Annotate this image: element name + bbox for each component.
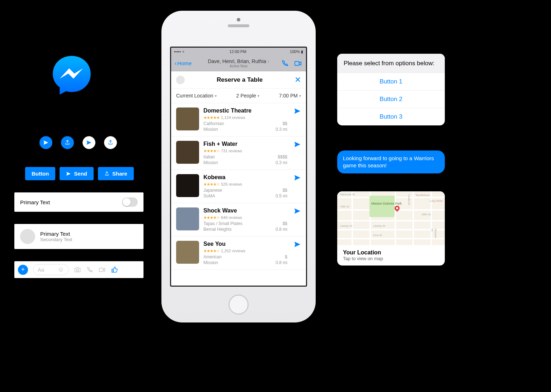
toggle-switch[interactable]	[122, 197, 138, 207]
option-button[interactable]: Button 2	[337, 90, 445, 108]
send-restaurant-button[interactable]	[294, 107, 301, 115]
filter-people[interactable]: 2 People ▾	[236, 93, 259, 99]
panel-title: Reserve a Table	[185, 76, 295, 83]
share-circle-button-blue[interactable]	[61, 136, 74, 149]
map-poi-label: Tacolicious	[415, 193, 429, 197]
nav-bar: ‹Home Dave, Henri, Brian, Ruthia › Activ…	[171, 56, 306, 71]
restaurant-item[interactable]: Fish + Water★★★★☆731 reviewsItalian$$$$M…	[171, 137, 306, 170]
map-street-label: Mission St	[431, 229, 437, 239]
map-street-label: 21st St	[373, 234, 382, 237]
option-button[interactable]: Button 3	[337, 108, 445, 125]
send-circle-button-blue[interactable]	[39, 136, 52, 149]
list-item[interactable]: Primary Text Secondary Text	[14, 224, 143, 249]
video-icon[interactable]	[98, 266, 106, 273]
add-button[interactable]: +	[18, 265, 28, 275]
panel-avatar	[176, 76, 185, 84]
emoji-icon[interactable]: ☺	[58, 266, 64, 273]
message-composer: + Aa ☺	[14, 261, 143, 278]
restaurant-thumb	[176, 107, 199, 130]
restaurant-distance: 0.8 mi	[276, 260, 287, 265]
star-rating: ★★★★☆	[203, 182, 220, 186]
map-park-label: Mission Dolores Park	[371, 202, 402, 205]
close-button[interactable]: ✕	[295, 75, 301, 85]
share-button[interactable]: Share	[98, 167, 134, 180]
filter-time[interactable]: 7:00 PM ▾	[279, 93, 301, 99]
star-rating: ★★★★★	[203, 115, 220, 120]
restaurant-list[interactable]: Domestic Theatre★★★★★1,124 reviewsCalifo…	[171, 103, 306, 286]
restaurant-price: $$$$	[278, 154, 287, 159]
restaurant-item[interactable]: See You★★★★☆1,252 reviewsAmerican$Missio…	[171, 236, 306, 270]
restaurant-thumb	[176, 207, 199, 230]
restaurant-thumb	[176, 141, 199, 164]
call-icon[interactable]	[281, 59, 289, 67]
filter-people-label: 2 People	[236, 93, 256, 99]
video-icon[interactable]	[294, 59, 302, 67]
list-item-primary: Primary Text	[40, 231, 72, 237]
nav-subtitle: Active Now	[208, 64, 269, 68]
restaurant-hood: Mission	[203, 260, 218, 265]
share-icon	[65, 140, 70, 145]
status-bar: ••••• ᯤ 12:00 PM 100% ▮	[171, 48, 306, 56]
restaurant-item[interactable]: Kobewa★★★★☆526 reviewsJapanese$$SoMA0.5 …	[171, 170, 306, 203]
send-restaurant-button[interactable]	[294, 174, 301, 181]
restaurant-name: Shock Wave	[203, 207, 287, 214]
chevron-down-icon: ▾	[299, 94, 301, 98]
svg-rect-1	[99, 268, 103, 272]
signal-icon: ••••• ᯤ	[174, 49, 186, 54]
restaurant-distance: 0.5 mi	[276, 193, 287, 199]
restaurant-item[interactable]: Shock Wave★★★★☆648 reviewsTapas / Small …	[171, 203, 306, 236]
send-icon	[66, 171, 71, 176]
list-item-secondary: Secondary Text	[40, 237, 72, 242]
map-street-label: Hancock St	[340, 193, 355, 196]
restaurant-price: $$	[283, 188, 287, 193]
map-street-label: Liberty St	[340, 224, 352, 228]
restaurant-hood: Mission	[203, 127, 218, 132]
chevron-down-icon: ▾	[258, 94, 259, 98]
review-count: 731 reviews	[221, 149, 242, 153]
toggle-row: Primary Text	[14, 192, 143, 212]
share-icon	[104, 171, 109, 176]
map-title: Your Location	[343, 249, 439, 256]
star-rating: ★★★★☆	[203, 249, 220, 253]
call-icon[interactable]	[86, 266, 93, 273]
restaurant-thumb	[176, 174, 199, 197]
send-restaurant-button[interactable]	[294, 241, 301, 248]
camera-icon[interactable]	[74, 266, 81, 273]
share-circle-button-white[interactable]	[104, 136, 117, 149]
send-button[interactable]: Send	[60, 167, 94, 180]
share-icon	[108, 140, 113, 145]
review-count: 648 reviews	[221, 215, 242, 220]
restaurant-distance: 0.3 mi	[276, 127, 287, 132]
send-restaurant-button[interactable]	[294, 141, 301, 148]
restaurant-hood: Mission	[203, 160, 218, 165]
restaurant-item[interactable]: Domestic Theatre★★★★★1,124 reviewsCalifo…	[171, 103, 306, 137]
svg-point-0	[76, 269, 79, 271]
filter-time-label: 7:00 PM	[279, 93, 298, 99]
restaurant-distance: 0.8 mi	[276, 227, 287, 232]
composer-input[interactable]: Aa ☺	[33, 264, 69, 275]
option-button[interactable]: Button 1	[337, 73, 445, 90]
send-restaurant-button[interactable]	[294, 207, 301, 215]
like-icon[interactable]	[111, 266, 118, 273]
send-icon	[86, 140, 92, 145]
restaurant-cuisine: Italian	[203, 154, 215, 159]
restaurant-name: Fish + Water	[203, 141, 287, 147]
share-button-label: Share	[112, 171, 127, 177]
restaurant-hood: SoMA	[203, 193, 215, 199]
restaurant-cuisine: Tapas / Small Plates	[203, 221, 242, 226]
send-circle-button-white[interactable]	[83, 136, 95, 149]
restaurant-name: Kobewa	[203, 174, 287, 181]
home-button[interactable]	[229, 295, 249, 315]
review-count: 526 reviews	[221, 182, 242, 186]
status-time: 12:00 PM	[230, 49, 246, 54]
generic-button[interactable]: Button	[25, 167, 55, 180]
restaurant-cuisine: American	[203, 254, 222, 259]
map-card[interactable]: Mission Dolores Park Hancock St 19th St …	[337, 191, 445, 266]
rect-button-row: Button Send Share	[25, 167, 143, 180]
back-button[interactable]: ‹Home	[175, 60, 192, 67]
review-count: 1,252 reviews	[221, 249, 245, 253]
button-label: Button	[32, 171, 49, 177]
map-street-label: 20th St	[422, 213, 430, 216]
filter-location[interactable]: Current Location ▾	[176, 93, 217, 99]
restaurant-distance: 0.3 mi	[276, 160, 287, 165]
